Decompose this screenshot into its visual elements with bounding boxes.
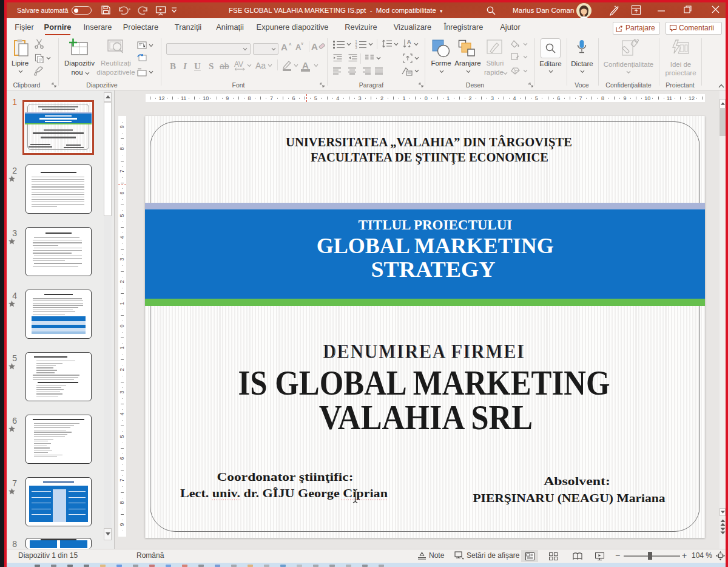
svg-text:A: A <box>407 39 411 45</box>
